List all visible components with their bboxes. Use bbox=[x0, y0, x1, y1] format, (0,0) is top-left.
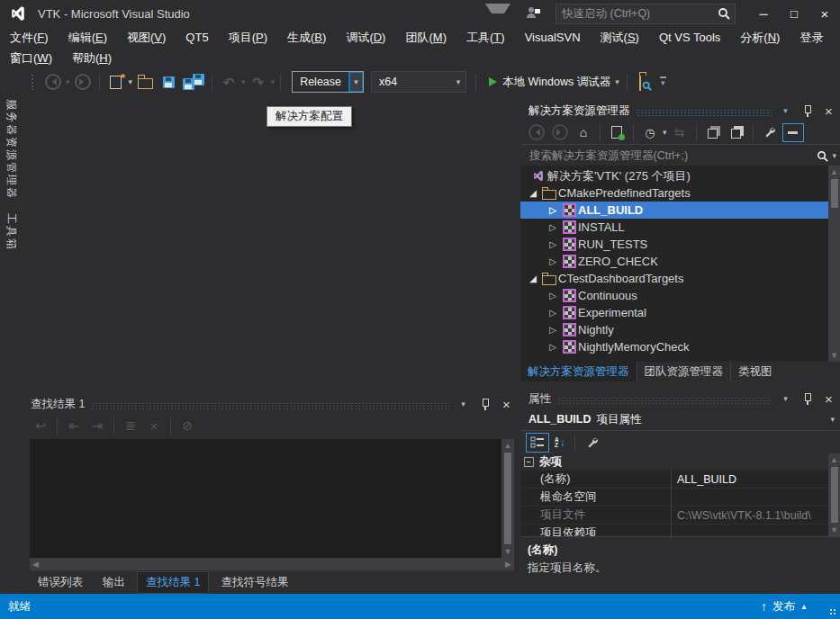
scroll-up-icon[interactable]: ▲ bbox=[501, 439, 514, 452]
menu-view[interactable]: 视图(V) bbox=[117, 27, 176, 48]
save-all-button[interactable] bbox=[181, 72, 206, 92]
menu-project[interactable]: 项目(P) bbox=[219, 27, 277, 48]
maximize-button[interactable]: □ bbox=[779, 1, 809, 26]
expander-collapsed-icon[interactable]: ▷ bbox=[546, 222, 560, 232]
solution-configuration-caret-icon[interactable]: ▾ bbox=[348, 72, 363, 92]
property-pages-wrench-icon[interactable] bbox=[582, 433, 603, 453]
scroll-down-icon[interactable]: ▼ bbox=[828, 349, 840, 362]
scroll-down-icon[interactable]: ▼ bbox=[828, 524, 840, 536]
scroll-down-icon[interactable]: ▼ bbox=[501, 545, 514, 558]
pin-icon[interactable] bbox=[477, 397, 492, 411]
solution-platform-combo[interactable]: x64 ▾ bbox=[371, 71, 466, 93]
new-project-button[interactable]: * bbox=[105, 72, 127, 92]
expander-collapsed-icon[interactable]: ▷ bbox=[546, 325, 560, 335]
toolbar-grip[interactable] bbox=[31, 74, 35, 90]
tree-item-project[interactable]: ▷ RUN_TESTS bbox=[520, 236, 828, 253]
tree-item-folder[interactable]: ◢ CTestDashboardTargets bbox=[520, 270, 828, 287]
tab-find-results-1[interactable]: 查找结果 1 bbox=[137, 571, 209, 594]
debug-target-caret-icon[interactable]: ▾ bbox=[615, 78, 619, 86]
properties-object-combo[interactable]: ALL_BUILD 项目属性 ▾ bbox=[520, 408, 840, 431]
search-caret-icon[interactable]: ▾ bbox=[832, 152, 836, 160]
tree-item-project[interactable]: ▷ Nightly bbox=[520, 321, 828, 338]
stop-search-button[interactable]: ⊘ bbox=[176, 416, 198, 435]
tree-item-folder[interactable]: ◢ CMakePredefinedTargets bbox=[520, 184, 828, 202]
find-results-title-bar[interactable]: 查找结果 1 ▾ × bbox=[23, 394, 518, 414]
solution-tree[interactable]: 解决方案'VTK' (275 个项目) ◢ CMakePredefinedTar… bbox=[520, 166, 840, 362]
navigate-forward-button[interactable] bbox=[72, 72, 94, 92]
scroll-right-icon[interactable]: ▶ bbox=[505, 560, 511, 569]
scroll-up-icon[interactable]: ▲ bbox=[828, 166, 840, 178]
menu-build[interactable]: 生成(B) bbox=[277, 27, 336, 48]
tab-team-explorer[interactable]: 团队资源管理器 bbox=[637, 362, 732, 381]
expander-expanded-icon[interactable]: ◢ bbox=[526, 188, 540, 198]
undo-button[interactable]: ↶ bbox=[218, 72, 239, 92]
close-button[interactable]: × bbox=[809, 1, 840, 26]
window-position-caret-icon[interactable]: ▾ bbox=[778, 391, 793, 406]
open-file-button[interactable] bbox=[134, 72, 156, 92]
quick-launch-input[interactable] bbox=[556, 7, 718, 20]
close-icon[interactable]: × bbox=[821, 391, 836, 406]
collapse-category-icon[interactable] bbox=[524, 457, 534, 467]
menu-help[interactable]: 帮助(H) bbox=[62, 48, 122, 68]
tab-solution-explorer[interactable]: 解决方案资源管理器 bbox=[520, 362, 637, 381]
start-debugging-button[interactable]: 本地 Windows 调试器 ▾ bbox=[482, 75, 619, 90]
feedback-funnel-icon[interactable] bbox=[485, 4, 510, 24]
search-icon[interactable] bbox=[718, 7, 730, 20]
solution-platform-caret-icon[interactable]: ▾ bbox=[451, 78, 465, 86]
menu-qt5[interactable]: QT5 bbox=[176, 27, 218, 48]
tree-item-project[interactable]: ▷ Experimental bbox=[520, 304, 828, 321]
property-category-row[interactable]: 杂项 bbox=[520, 453, 828, 471]
next-location-button[interactable]: ⇥ bbox=[86, 416, 108, 435]
property-row[interactable]: 根命名空间 bbox=[520, 489, 828, 507]
menu-qt-vs-tools[interactable]: Qt VS Tools bbox=[649, 27, 730, 48]
property-row[interactable]: 项目文件 C:\WS\vtk\VTK-8.1.1\build\ bbox=[520, 507, 828, 525]
scroll-left-icon[interactable]: ◀ bbox=[32, 560, 39, 569]
sync-with-active-document-button[interactable]: ⇆ bbox=[669, 122, 691, 142]
tab-error-list[interactable]: 错误列表 bbox=[30, 572, 91, 593]
property-row[interactable]: (名称) ALL_BUILD bbox=[520, 471, 828, 489]
menu-visualsvn[interactable]: VisualSVN bbox=[515, 27, 591, 48]
solution-explorer-title-bar[interactable]: 解决方案资源管理器 ▾ × bbox=[520, 101, 840, 121]
clear-all-button[interactable]: ≣ bbox=[120, 416, 141, 435]
close-icon[interactable]: × bbox=[821, 103, 836, 118]
tree-item-solution[interactable]: 解决方案'VTK' (275 个项目) bbox=[520, 167, 828, 184]
solution-explorer-search-box[interactable]: ▾ bbox=[520, 145, 840, 167]
delete-button[interactable]: × bbox=[143, 416, 165, 435]
solution-explorer-search-input[interactable] bbox=[528, 148, 817, 163]
scrollbar-thumb[interactable] bbox=[504, 453, 511, 544]
expander-collapsed-icon[interactable]: ▷ bbox=[546, 239, 560, 249]
send-feedback-icon[interactable] bbox=[525, 5, 541, 22]
expander-collapsed-icon[interactable]: ▷ bbox=[546, 205, 560, 215]
menu-file[interactable]: 文件(F) bbox=[0, 27, 59, 48]
pin-icon[interactable] bbox=[799, 391, 815, 406]
panel-grip[interactable] bbox=[637, 109, 772, 116]
properties-wrench-icon[interactable] bbox=[759, 122, 781, 142]
find-in-files-button[interactable] bbox=[633, 72, 655, 92]
expander-collapsed-icon[interactable]: ▷ bbox=[546, 256, 560, 266]
redo-button[interactable]: ↷ bbox=[248, 72, 269, 92]
expander-collapsed-icon[interactable]: ▷ bbox=[546, 308, 560, 318]
tree-item-project[interactable]: ▷ ZERO_CHECK bbox=[520, 253, 828, 270]
tab-class-view[interactable]: 类视图 bbox=[731, 362, 780, 381]
close-icon[interactable]: × bbox=[499, 397, 514, 411]
expander-collapsed-icon[interactable]: ▷ bbox=[546, 291, 560, 301]
window-position-caret-icon[interactable]: ▾ bbox=[778, 103, 793, 118]
tab-output[interactable]: 输出 bbox=[95, 572, 133, 593]
property-row[interactable]: 项目依赖项 bbox=[520, 525, 828, 536]
categorized-button[interactable] bbox=[526, 433, 549, 453]
home-icon[interactable]: ⌂ bbox=[573, 122, 594, 142]
vertical-scrollbar[interactable]: ▲ ▼ bbox=[828, 453, 840, 536]
menu-analyze[interactable]: 分析(N) bbox=[730, 27, 790, 48]
collapse-all-button[interactable] bbox=[702, 122, 724, 142]
se-forward-button[interactable] bbox=[549, 122, 571, 142]
sidebar-tab-server-explorer[interactable]: 服务器资源管理器 bbox=[4, 99, 19, 200]
scrollbar-thumb[interactable] bbox=[831, 467, 838, 523]
tree-item-project[interactable]: ▷ INSTALL bbox=[520, 219, 828, 236]
minimize-button[interactable]: ─ bbox=[748, 1, 779, 26]
toolbar-overflow-button[interactable]: ▾ bbox=[660, 76, 666, 87]
pin-icon[interactable] bbox=[799, 103, 815, 118]
panel-grip[interactable] bbox=[557, 397, 772, 404]
show-all-files-button[interactable] bbox=[726, 122, 747, 142]
panel-grip[interactable] bbox=[91, 402, 449, 409]
save-button[interactable] bbox=[158, 72, 179, 92]
